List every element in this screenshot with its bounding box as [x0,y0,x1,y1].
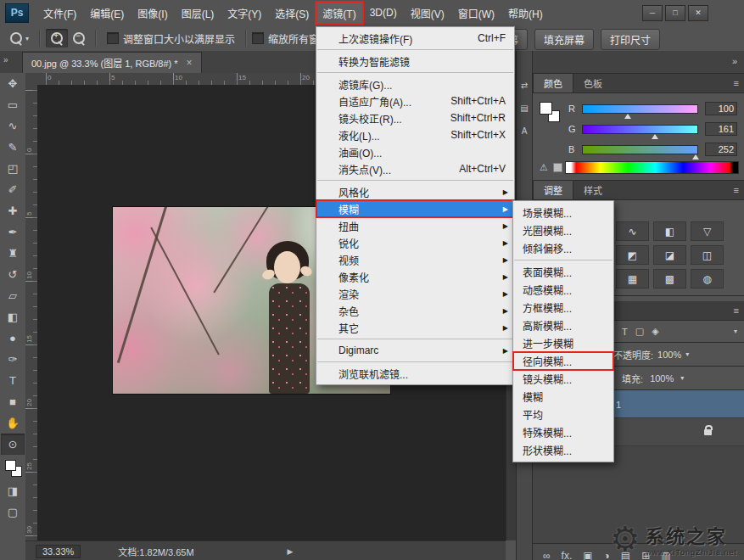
adjustment-vibrance-icon[interactable]: ▽ [691,221,724,241]
zoom-out-button[interactable]: − [68,29,90,48]
zoom-tool[interactable]: ⊙ [1,434,25,455]
fg-bg-swatches[interactable] [540,102,562,124]
filter-smart-object-icon[interactable]: ◈ [652,326,658,337]
adjustment-photo-filter-icon[interactable]: ◪ [653,245,686,265]
blur-submenu-item[interactable]: 特殊模糊... [513,423,613,441]
blur-tool[interactable]: ● [1,328,25,349]
lasso-tool[interactable]: ∿ [1,115,25,137]
menubar-item[interactable]: 文字(Y) [221,2,268,25]
quick-selection-tool[interactable]: ✎ [1,137,25,158]
adjustment-black-white-icon[interactable]: ◩ [616,245,649,265]
filter-shape-layers-icon[interactable]: ▢ [635,326,644,337]
blur-submenu-item[interactable]: 场景模糊... [513,204,613,221]
shape-tool[interactable]: ■ [1,391,25,412]
menubar-item[interactable]: 图层(L) [175,2,221,25]
filter-menu-item[interactable]: 视频 ▶ [316,251,514,268]
menubar-item[interactable]: 窗口(W) [451,2,501,25]
filter-menu-item[interactable]: 油画(O)... [316,143,514,160]
blur-submenu-item[interactable]: 形状模糊... [513,441,613,459]
filter-menu-item[interactable]: 锐化 ▶ [316,234,514,251]
panel-menu-icon[interactable]: ≡ [734,305,739,316]
fill-caret-icon[interactable]: ▾ [680,374,684,382]
filter-menu-item[interactable]: 浏览联机滤镜... [316,365,514,382]
crop-tool[interactable]: ◰ [1,158,25,179]
opacity-caret-icon[interactable]: ▾ [685,350,689,358]
tool-preset-caret-icon[interactable]: ▾ [25,35,29,42]
filter-menu-item[interactable]: 自适应广角(A)... Shift+Ctrl+A [316,92,514,109]
document-tab[interactable]: 00.jpg @ 33.3% (图层 1, RGB/8#) * × [22,52,202,73]
filter-menu-item[interactable]: 液化(L)... Shift+Ctrl+X [316,126,514,143]
adjustment-gradient-map-icon[interactable]: ▩ [653,269,686,288]
close-button[interactable]: ✕ [688,5,708,21]
maximize-button[interactable]: □ [665,5,685,21]
channel-slider[interactable] [582,104,698,114]
menubar-item[interactable]: 选择(S) [268,2,316,25]
tab-close-icon[interactable]: × [187,57,193,69]
clone-stamp-tool[interactable]: ♜ [1,243,25,264]
quick-mask-button[interactable]: ◨ [1,480,25,501]
menubar-item[interactable]: 图像(I) [131,2,174,25]
adjustment-exposure-icon[interactable]: ◧ [653,221,686,241]
filter-menu-item[interactable]: 上次滤镜操作(F) Ctrl+F [316,30,514,47]
gradient-tool[interactable]: ◧ [1,306,25,328]
adjustment-selective-color-icon[interactable]: ◍ [691,269,724,288]
channel-slider[interactable] [582,125,698,134]
menubar-item[interactable]: 视图(V) [404,2,451,25]
adjustment-curves-icon[interactable]: ∿ [616,221,649,241]
color-swatches[interactable] [1,456,25,479]
dock-properties-icon[interactable]: ▤ [517,101,532,115]
channel-value-field[interactable]: 100 [705,102,737,115]
zoom-in-button[interactable]: + [46,29,68,48]
filter-menu-item[interactable]: 扭曲 ▶ [316,217,514,234]
blur-submenu-item[interactable]: 径向模糊... [513,352,613,370]
brush-tool[interactable]: ✒ [1,221,25,243]
dock-character-icon[interactable]: A [517,124,532,138]
minimize-button[interactable]: ─ [642,5,663,21]
new-adjustment-layer-icon[interactable]: ◑ [604,550,610,560]
add-layer-mask-icon[interactable]: ▣ [583,550,592,560]
blur-submenu-item[interactable]: 动感模糊... [513,281,613,299]
eyedropper-tool[interactable]: ✐ [1,179,25,200]
current-tool-chip[interactable]: ▾ [5,29,34,48]
panel-tab[interactable]: 调整 [533,180,573,199]
type-tool[interactable]: T [1,370,25,391]
filter-menu-item[interactable]: 消失点(V)... Alt+Ctrl+V [316,160,514,177]
pen-tool[interactable]: ✑ [1,349,25,370]
blur-submenu-item[interactable]: 平均 [513,406,613,423]
channel-slider-thumb[interactable] [692,154,699,160]
toolbar-collapse-icon[interactable]: » [3,55,8,64]
gamut-warning-icon[interactable]: ⚠ [540,162,548,173]
filter-menu-item[interactable]: 风格化 ▶ [316,183,514,200]
filter-menu-item[interactable]: 其它 ▶ [316,319,514,336]
foreground-color-swatch[interactable] [540,102,552,115]
menubar-item[interactable]: 3D(D) [363,3,404,23]
panel-tab[interactable]: 样式 [573,181,613,199]
status-options-arrow-icon[interactable]: ▶ [288,547,294,556]
foreground-color-swatch[interactable] [5,460,16,471]
print-size-button[interactable]: 打印尺寸 [601,29,660,50]
filter-caret-icon[interactable]: ▾ [734,328,737,335]
filter-menu-item[interactable]: 模糊 ▶ [316,200,514,217]
opacity-value[interactable]: 100% [657,350,681,360]
marquee-tool[interactable]: ▭ [1,94,25,115]
zoom-level-field[interactable]: 33.33% [36,545,81,558]
channel-slider[interactable] [582,145,698,154]
history-brush-tool[interactable]: ↺ [1,264,25,285]
fill-value[interactable]: 100% [650,373,674,384]
collapse-panels-icon[interactable]: » [732,56,737,66]
blur-submenu-item[interactable]: 表面模糊... [513,263,613,281]
filter-menu-item[interactable]: 滤镜库(G)... [316,76,514,92]
web-safe-cube-icon[interactable] [553,163,562,172]
filter-menu-item[interactable]: 转换为智能滤镜 [316,53,514,70]
blur-submenu-item[interactable]: 高斯模糊... [513,316,613,334]
menubar-item[interactable]: 编辑(E) [83,2,131,25]
panel-tab[interactable]: 颜色 [533,73,573,92]
filter-menu-item[interactable]: 像素化 ▶ [316,268,514,285]
layer-style-icon[interactable]: fx. [562,550,573,560]
resize-window-checkbox-row[interactable]: 调整窗口大小以满屏显示 [107,31,235,46]
panel-tab[interactable]: 色板 [573,74,613,92]
channel-slider-thumb[interactable] [624,114,631,119]
eraser-tool[interactable]: ▱ [1,285,25,306]
blur-submenu-item[interactable]: 进一步模糊 [513,334,613,352]
zoom-all-checkbox[interactable] [252,32,264,44]
